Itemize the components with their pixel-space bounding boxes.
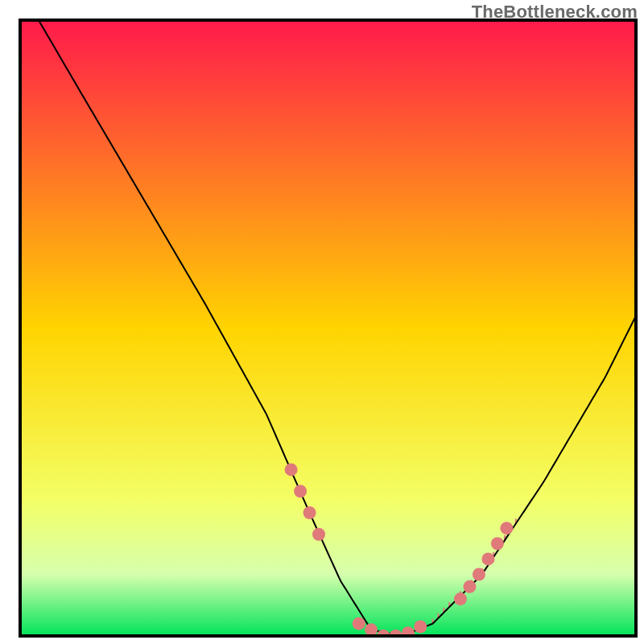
highlight-marker xyxy=(491,537,504,550)
highlight-marker xyxy=(303,506,316,519)
highlight-marker xyxy=(353,617,365,630)
highlight-marker xyxy=(365,623,378,636)
watermark-text: TheBottleneck.com xyxy=(472,2,638,23)
highlight-marker xyxy=(481,552,494,565)
highlight-marker xyxy=(463,580,476,593)
highlight-marker xyxy=(473,568,485,581)
chart-container: TheBottleneck.com xyxy=(0,0,644,644)
highlight-marker xyxy=(500,522,513,535)
highlight-marker xyxy=(285,463,298,476)
bottleneck-curve-chart xyxy=(0,0,644,644)
highlight-marker xyxy=(312,528,325,541)
highlight-marker xyxy=(414,621,427,634)
plot-background xyxy=(20,20,636,636)
highlight-marker xyxy=(454,592,467,605)
highlight-marker xyxy=(294,485,307,497)
